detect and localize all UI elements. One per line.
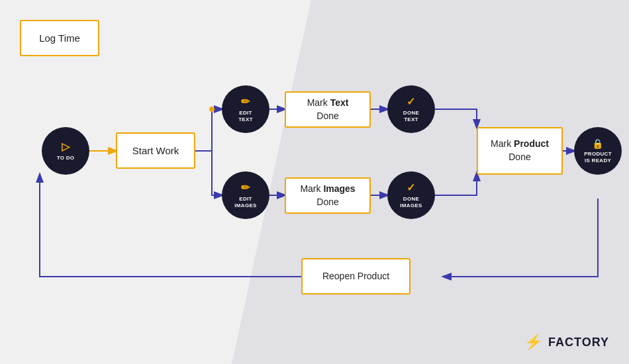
- workflow-diagram: Log Time ▷ TO DO Start Work ✏ EDITTEXT M…: [0, 0, 629, 364]
- done-images-icon: ✓: [407, 181, 416, 194]
- mark-text-done: Done: [316, 111, 338, 121]
- log-time-box[interactable]: Log Time: [20, 20, 99, 56]
- factory-icon: ⚡: [524, 334, 543, 351]
- edit-text-node[interactable]: ✏ EDITTEXT: [222, 85, 269, 133]
- done-text-node[interactable]: ✓ DONETEXT: [387, 85, 435, 133]
- product-ready-label: PRODUCTIS READY: [584, 151, 612, 163]
- mark-images-pre: Mark: [300, 183, 323, 194]
- edit-text-label: EDITTEXT: [238, 110, 253, 122]
- mark-product-done: Done: [508, 152, 530, 162]
- done-text-label: DONETEXT: [403, 110, 419, 122]
- reopen-product-box[interactable]: Reopen Product: [301, 258, 411, 295]
- todo-icon: ▷: [62, 140, 70, 153]
- log-time-label: Log Time: [39, 32, 80, 44]
- mark-product-pre: Mark: [491, 138, 514, 149]
- done-images-node[interactable]: ✓ DONEIMAGES: [387, 171, 435, 219]
- edit-text-icon: ✏: [241, 95, 250, 108]
- mark-product-bold: Product: [514, 138, 549, 149]
- start-work-box[interactable]: Start Work: [116, 132, 195, 169]
- edit-images-node[interactable]: ✏ EDITIMAGES: [222, 171, 269, 219]
- mark-text-pre: Mark: [307, 97, 330, 108]
- reopen-product-label: Reopen Product: [322, 270, 389, 283]
- todo-label: TO DO: [57, 155, 75, 161]
- edit-images-label: EDITIMAGES: [234, 196, 256, 208]
- mark-images-done-box[interactable]: Mark Images Done: [285, 177, 371, 214]
- mark-product-done-box[interactable]: Mark Product Done: [477, 127, 563, 175]
- product-ready-icon: 🔒: [592, 138, 604, 149]
- factory-logo: ⚡ FACTORY: [524, 334, 609, 351]
- mark-images-bold: Images: [323, 183, 355, 194]
- todo-node[interactable]: ▷ TO DO: [42, 127, 89, 175]
- done-text-icon: ✓: [407, 95, 416, 108]
- done-images-label: DONEIMAGES: [400, 196, 422, 208]
- mark-text-done-box[interactable]: Mark Text Done: [285, 91, 371, 128]
- edit-images-icon: ✏: [241, 181, 250, 194]
- mark-text-bold: Text: [330, 97, 349, 108]
- mark-images-done: Done: [316, 197, 338, 207]
- svg-point-1: [209, 107, 215, 112]
- start-work-label: Start Work: [132, 144, 179, 158]
- factory-brand: FACTORY: [548, 336, 609, 349]
- product-ready-node[interactable]: 🔒 PRODUCTIS READY: [574, 127, 622, 175]
